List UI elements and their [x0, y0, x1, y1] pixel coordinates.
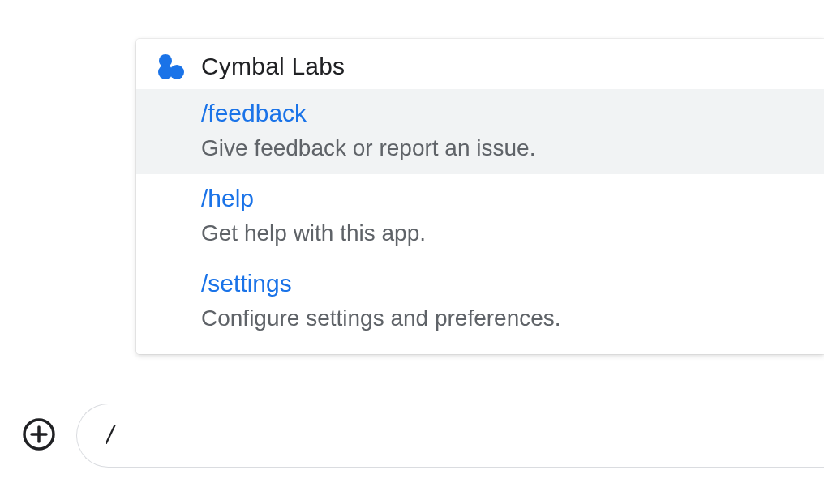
message-input[interactable]	[76, 404, 824, 468]
command-description: Configure settings and preferences.	[201, 302, 805, 335]
command-item-settings[interactable]: /settings Configure settings and prefere…	[136, 259, 824, 344]
input-row	[21, 404, 824, 468]
popup-header: Cymbal Labs	[136, 39, 824, 89]
command-description: Give feedback or report an issue.	[201, 132, 805, 165]
add-button[interactable]	[21, 418, 57, 454]
command-name: /settings	[201, 267, 805, 301]
command-description: Get help with this app.	[201, 217, 805, 250]
command-item-help[interactable]: /help Get help with this app.	[136, 174, 824, 259]
app-logo-icon	[156, 52, 185, 81]
command-item-feedback[interactable]: /feedback Give feedback or report an iss…	[136, 89, 824, 174]
plus-circle-icon	[21, 416, 57, 455]
svg-point-2	[170, 65, 184, 79]
command-name: /help	[201, 182, 805, 216]
command-list: /feedback Give feedback or report an iss…	[136, 89, 824, 354]
command-name: /feedback	[201, 97, 805, 130]
slash-command-popup: Cymbal Labs /feedback Give feedback or r…	[136, 39, 824, 354]
popup-title: Cymbal Labs	[201, 53, 345, 80]
